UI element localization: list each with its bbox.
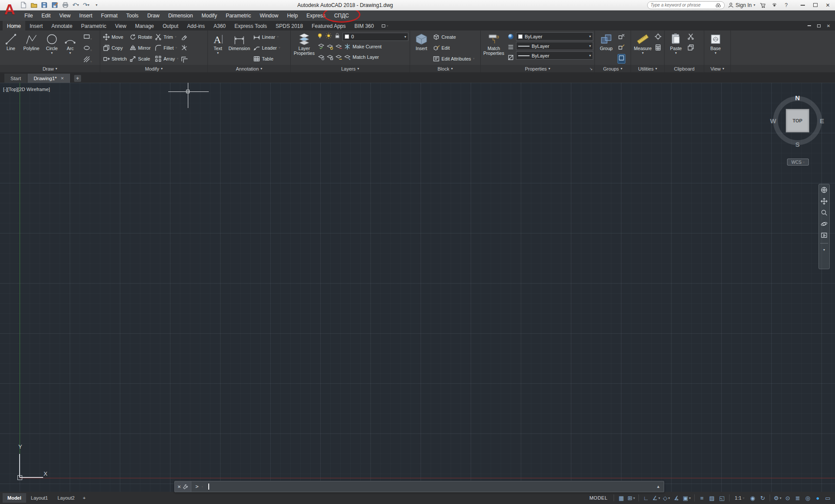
command-line[interactable]: ✕ > ▾ ▲ <box>174 481 664 492</box>
properties-list-button[interactable] <box>507 44 514 52</box>
autocad-logo-icon[interactable]: A <box>2 0 17 19</box>
ribbon-tab-parametric[interactable]: Parametric <box>77 21 111 30</box>
layer-freeze-toggle[interactable] <box>325 32 332 41</box>
layers-panel-footer[interactable]: Layers ▾ <box>291 65 410 72</box>
quick-calculator-button[interactable] <box>655 44 662 53</box>
viewcube-north-label[interactable]: N <box>795 94 800 101</box>
properties-panel-footer[interactable]: Properties ▾ ↘ <box>481 65 594 72</box>
model-space-label[interactable]: MODEL <box>586 495 611 501</box>
ribbon-tab-a360[interactable]: A360 <box>209 21 230 30</box>
command-line-close-icon[interactable]: ✕ <box>177 484 181 489</box>
viewcube[interactable]: N S W E TOP <box>773 96 822 145</box>
menu-spds[interactable]: СПДС <box>330 10 353 21</box>
qat-customize-button[interactable]: ▾ <box>92 1 101 9</box>
block-panel-footer[interactable]: Block ▾ <box>410 65 480 72</box>
layer-on-toggle[interactable] <box>316 32 323 41</box>
help-icon[interactable]: ? <box>782 1 791 9</box>
ucs-wcs-dropdown[interactable]: WCS ▾ <box>787 159 809 166</box>
ribbon-tab-view[interactable]: View <box>111 21 131 30</box>
show-motion-icon[interactable] <box>821 232 828 239</box>
properties-dialog-launcher[interactable]: ↘ <box>589 67 593 71</box>
materials-sphere-button[interactable] <box>507 33 514 42</box>
viewcube-south-label[interactable]: S <box>795 141 800 148</box>
menu-help[interactable]: Help <box>283 10 302 21</box>
annotation-monitor-toggle[interactable]: ⊙ <box>783 494 792 502</box>
doc-minimize-button[interactable] <box>804 22 814 30</box>
match-properties-button[interactable]: Match Properties <box>482 31 506 65</box>
transparency-toggle[interactable]: ▨ <box>707 494 716 502</box>
lineweight-dropdown[interactable]: ByLayer ▾ <box>516 42 593 50</box>
layout-tab-layout2[interactable]: Layout2 <box>53 493 79 503</box>
ribbon-tab-bim360[interactable]: BIM 360 <box>350 21 378 30</box>
undo-button[interactable]: ↶▾ <box>71 1 80 9</box>
group-selection-toggle[interactable] <box>618 54 625 64</box>
osnap-caret-icon[interactable]: ▾ <box>689 496 691 500</box>
menu-express[interactable]: Express <box>302 10 329 21</box>
viewcube-west-label[interactable]: W <box>770 117 776 125</box>
object-snap-tracking-toggle[interactable]: ∡ <box>672 494 681 502</box>
snap-mode-toggle[interactable]: ⊞▾ <box>627 494 636 502</box>
mirror-button[interactable]: Mirror <box>128 42 153 53</box>
rotate-button[interactable]: Rotate <box>128 31 153 42</box>
ribbon-tab-output[interactable]: Output <box>158 21 183 30</box>
offset-button[interactable] <box>181 56 188 64</box>
new-layout-button[interactable]: + <box>79 494 89 502</box>
menu-dimension[interactable]: Dimension <box>164 10 197 21</box>
array-button[interactable]: Array▾ <box>153 53 180 64</box>
leader-button[interactable]: Leader▾ <box>252 42 282 53</box>
edit-attributes-button[interactable]: Edit Attributes▾ <box>431 53 476 64</box>
match-layer-button[interactable]: Match Layer <box>316 52 408 62</box>
object-color-dropdown[interactable]: ByLayer ▾ <box>516 32 593 41</box>
erase-button[interactable] <box>181 33 188 42</box>
navbar-caret-icon[interactable]: ▾ <box>823 248 825 252</box>
view-panel-footer[interactable]: View ▾ <box>704 65 730 72</box>
new-drawing-tab-button[interactable]: + <box>74 75 81 82</box>
save-as-button[interactable] <box>51 1 59 9</box>
zoom-icon[interactable] <box>821 209 828 216</box>
draw-panel-footer[interactable]: Draw ▾ <box>0 65 100 72</box>
ribbon-tab-manage[interactable]: Manage <box>131 21 158 30</box>
annotation-panel-footer[interactable]: Annotation ▾ <box>208 65 290 72</box>
create-block-button[interactable]: Create <box>431 31 476 42</box>
binoculars-icon[interactable] <box>715 2 721 8</box>
clipboard-panel-footer[interactable]: Clipboard <box>665 65 704 72</box>
new-file-button[interactable] <box>19 1 27 9</box>
snap-caret-icon[interactable]: ▾ <box>633 496 635 500</box>
save-button[interactable] <box>40 1 48 9</box>
lineweight-toggle[interactable]: ≡ <box>697 494 706 502</box>
menu-parametric[interactable]: Parametric <box>221 10 255 21</box>
ribbon-tab-spds2018[interactable]: SPDS 2018 <box>272 21 308 30</box>
ellipse-tool-button[interactable]: ▾ <box>83 44 92 53</box>
group-button[interactable]: Group <box>596 31 616 65</box>
annotation-visibility-toggle[interactable]: ◉ <box>748 494 757 502</box>
layout-tab-layout1[interactable]: Layout1 <box>26 493 53 503</box>
menu-modify[interactable]: Modify <box>197 10 221 21</box>
measure-button[interactable]: Measure ▾ <box>632 31 653 65</box>
fillet-button[interactable]: Fillet▾ <box>153 42 180 53</box>
redo-caret-icon[interactable]: ▾ <box>88 3 89 7</box>
stretch-button[interactable]: Stretch <box>102 53 128 64</box>
groups-panel-footer[interactable]: Groups ▾ <box>595 65 631 72</box>
isolate-objects-button[interactable]: ◎ <box>803 494 812 502</box>
workspace-switching-button[interactable]: ⚙▾ <box>773 494 782 502</box>
circle-button[interactable]: Circle ▾ <box>42 31 61 65</box>
file-tab-start[interactable]: Start <box>4 74 27 83</box>
plot-button[interactable] <box>61 1 69 9</box>
help-search-box[interactable] <box>647 1 725 9</box>
doc-close-button[interactable]: ✕ <box>824 22 833 30</box>
layout-tab-model[interactable]: Model <box>3 493 26 503</box>
drawing1-tab-close-icon[interactable]: ✕ <box>61 76 64 81</box>
menu-file[interactable]: File <box>20 10 37 21</box>
edit-block-button[interactable]: Edit <box>431 42 476 53</box>
menu-draw[interactable]: Draw <box>143 10 164 21</box>
ribbon-tab-addins[interactable]: Add-ins <box>183 21 209 30</box>
command-input[interactable]: > ▾ <box>191 484 653 490</box>
grid-display-toggle[interactable]: ▦ <box>617 494 626 502</box>
polar-caret-icon[interactable]: ▾ <box>658 496 660 500</box>
app-store-cart-icon[interactable] <box>758 1 767 9</box>
table-button[interactable]: Table <box>252 53 282 64</box>
modify-panel-footer[interactable]: Modify ▾ <box>100 65 207 72</box>
ribbon-tab-insert[interactable]: Insert <box>25 21 47 30</box>
id-point-button[interactable] <box>655 33 662 42</box>
quick-properties-toggle[interactable]: ≣ <box>793 494 802 502</box>
